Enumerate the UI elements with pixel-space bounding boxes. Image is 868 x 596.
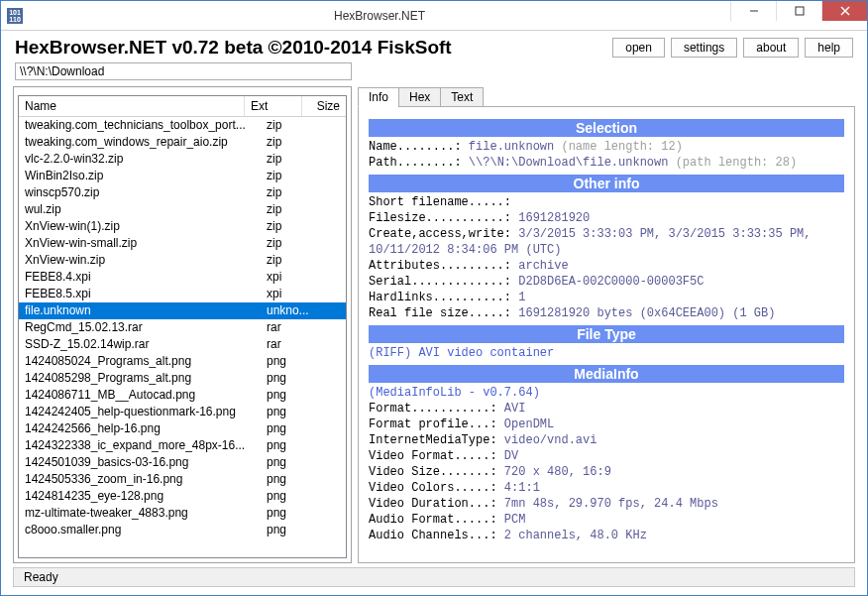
list-body[interactable]: tweaking.com_technicians_toolbox_port...… bbox=[19, 117, 346, 557]
cell-ext: zip bbox=[261, 201, 318, 218]
cell-ext: png bbox=[261, 488, 318, 505]
cell-ext: png bbox=[261, 471, 318, 488]
table-row[interactable]: 1424242566_help-16.pngpng bbox=[19, 420, 346, 437]
cell-name: vlc-2.2.0-win32.zip bbox=[19, 151, 261, 168]
other-realsize-value: 1691281920 bytes (0x64CEEA00) (1 GB) bbox=[518, 306, 775, 320]
info-panel[interactable]: Selection Name........: file.unknown (na… bbox=[363, 113, 850, 556]
cell-ext: zip bbox=[261, 151, 318, 168]
table-row[interactable]: XnView-win.zipzip bbox=[19, 252, 346, 269]
mi-vcolors-value: 4:1:1 bbox=[504, 481, 540, 495]
cell-size bbox=[318, 151, 346, 168]
table-row[interactable]: winscp570.zipzip bbox=[19, 184, 346, 201]
table-row[interactable]: file.unknownunkno... bbox=[19, 302, 346, 319]
col-header-name[interactable]: Name bbox=[19, 96, 245, 116]
table-row[interactable]: vlc-2.2.0-win32.zipzip bbox=[19, 151, 346, 168]
cell-ext: xpi bbox=[261, 269, 318, 286]
cell-name: winscp570.zip bbox=[19, 184, 261, 201]
right-pane: Info Hex Text Selection Name........: fi… bbox=[358, 86, 855, 563]
other-attr-label: Attributes.........: bbox=[369, 259, 511, 273]
table-row[interactable]: 1424814235_eye-128.pngpng bbox=[19, 488, 346, 505]
mi-format-row: Format...........: AVI bbox=[369, 401, 844, 417]
maximize-button[interactable] bbox=[776, 1, 821, 21]
table-row[interactable]: tweaking.com_windows_repair_aio.zipzip bbox=[19, 134, 346, 151]
mi-aformat-label: Audio Format.....: bbox=[369, 513, 497, 527]
col-header-ext[interactable]: Ext bbox=[245, 96, 302, 116]
mi-aformat-value: PCM bbox=[504, 513, 526, 527]
cell-name: FEBE8.5.xpi bbox=[19, 286, 261, 302]
mi-vformat-value: DV bbox=[504, 449, 518, 463]
cell-size bbox=[318, 505, 346, 522]
table-row[interactable]: XnView-win-small.zipzip bbox=[19, 235, 346, 252]
table-row[interactable]: 1424322338_ic_expand_more_48px-16...png bbox=[19, 437, 346, 454]
cell-name: tweaking.com_technicians_toolbox_port... bbox=[19, 117, 261, 134]
table-row[interactable]: mz-ultimate-tweaker_4883.pngpng bbox=[19, 505, 346, 522]
cell-ext: zip bbox=[261, 235, 318, 252]
mi-achannels-row: Audio Channels...: 2 channels, 48.0 KHz bbox=[369, 528, 844, 543]
cell-ext: xpi bbox=[261, 286, 318, 302]
cell-ext: zip bbox=[261, 117, 318, 134]
mi-vduration-value: 7mn 48s, 29.970 fps, 24.4 Mbps bbox=[504, 497, 718, 511]
col-header-size[interactable]: Size bbox=[302, 96, 346, 116]
selection-name-value: file.unknown bbox=[469, 140, 554, 154]
table-row[interactable]: SSD-Z_15.02.14wip.rarrar bbox=[19, 336, 346, 353]
cell-size bbox=[318, 387, 346, 404]
cell-name: 1424085298_Programs_alt.png bbox=[19, 370, 261, 387]
open-button[interactable]: open bbox=[612, 38, 665, 58]
cell-name: tweaking.com_windows_repair_aio.zip bbox=[19, 134, 261, 151]
table-row[interactable]: WinBin2Iso.zipzip bbox=[19, 168, 346, 184]
selection-path-label: Path........: bbox=[369, 156, 462, 170]
minimize-button[interactable] bbox=[730, 1, 776, 21]
cell-name: c8ooo.smaller.png bbox=[19, 522, 261, 538]
table-row[interactable]: 1424242405_help-questionmark-16.pngpng bbox=[19, 404, 346, 420]
table-row[interactable]: 1424085024_Programs_alt.pngpng bbox=[19, 353, 346, 370]
path-row bbox=[1, 62, 867, 86]
tab-info[interactable]: Info bbox=[358, 87, 399, 107]
cell-ext: png bbox=[261, 370, 318, 387]
cell-ext: zip bbox=[261, 168, 318, 184]
tab-hex[interactable]: Hex bbox=[398, 87, 441, 107]
table-row[interactable]: 1424085298_Programs_alt.pngpng bbox=[19, 370, 346, 387]
cell-name: SSD-Z_15.02.14wip.rar bbox=[19, 336, 261, 353]
other-serial-label: Serial.............: bbox=[369, 275, 511, 289]
titlebar: 101110 HexBrowser.NET bbox=[1, 1, 867, 31]
cell-ext: rar bbox=[261, 336, 318, 353]
status-text: Ready bbox=[24, 570, 58, 584]
file-list: Name Ext Size tweaking.com_technicians_t… bbox=[18, 95, 347, 558]
table-row[interactable]: wul.zipzip bbox=[19, 201, 346, 218]
table-row[interactable]: 1424501039_basics-03-16.pngpng bbox=[19, 454, 346, 471]
cell-ext: png bbox=[261, 437, 318, 454]
table-row[interactable]: RegCmd_15.02.13.rarrar bbox=[19, 319, 346, 336]
table-row[interactable]: c8ooo.smaller.pngpng bbox=[19, 522, 346, 538]
cell-name: RegCmd_15.02.13.rar bbox=[19, 319, 261, 336]
about-button[interactable]: about bbox=[743, 38, 799, 58]
table-row[interactable]: 1424505336_zoom_in-16.pngpng bbox=[19, 471, 346, 488]
section-filetype: File Type bbox=[369, 325, 844, 343]
cell-size bbox=[318, 286, 346, 302]
cell-size bbox=[318, 437, 346, 454]
cell-size bbox=[318, 134, 346, 151]
table-row[interactable]: FEBE8.4.xpixpi bbox=[19, 269, 346, 286]
close-button[interactable] bbox=[821, 1, 867, 21]
mi-vcolors-label: Video Colors.....: bbox=[369, 481, 497, 495]
tab-text[interactable]: Text bbox=[440, 87, 484, 107]
path-input[interactable] bbox=[15, 62, 352, 80]
other-hardlinks-value: 1 bbox=[518, 291, 525, 304]
table-row[interactable]: FEBE8.5.xpixpi bbox=[19, 286, 346, 302]
cell-size bbox=[318, 353, 346, 370]
cell-ext: png bbox=[261, 522, 318, 538]
list-header: Name Ext Size bbox=[19, 96, 346, 117]
cell-name: 1424086711_MB__Autocad.png bbox=[19, 387, 261, 404]
selection-name-row: Name........: file.unknown (name length:… bbox=[369, 139, 844, 155]
settings-button[interactable]: settings bbox=[671, 38, 737, 58]
help-button[interactable]: help bbox=[805, 38, 853, 58]
cell-ext: rar bbox=[261, 319, 318, 336]
cell-size bbox=[318, 319, 346, 336]
table-row[interactable]: 1424086711_MB__Autocad.pngpng bbox=[19, 387, 346, 404]
mediainfo-lib: (MediaInfoLib - v0.7.64) bbox=[369, 385, 844, 401]
table-row[interactable]: tweaking.com_technicians_toolbox_port...… bbox=[19, 117, 346, 134]
table-row[interactable]: XnView-win(1).zipzip bbox=[19, 218, 346, 235]
cell-size bbox=[318, 404, 346, 420]
mi-vsize-label: Video Size.......: bbox=[369, 465, 497, 479]
cell-size bbox=[318, 336, 346, 353]
mi-profile-row: Format profile...: OpenDML bbox=[369, 417, 844, 432]
